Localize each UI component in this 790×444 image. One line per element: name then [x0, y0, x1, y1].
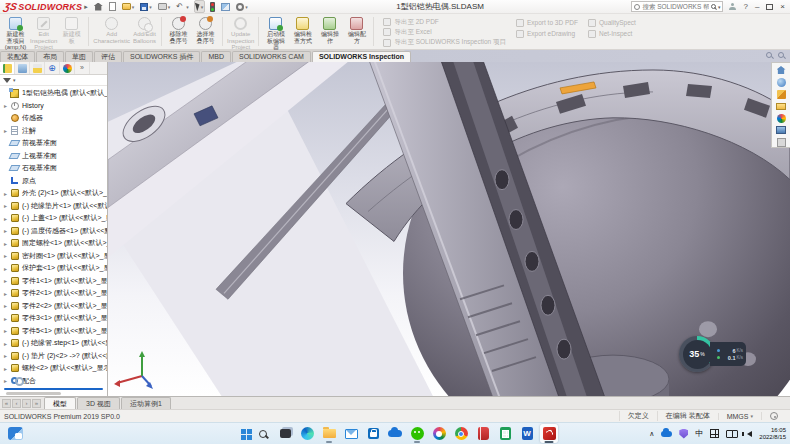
expand-icon[interactable]: ▸ [2, 377, 9, 384]
scroll-right-icon[interactable]: › [22, 399, 31, 408]
task-pane-properties-tab[interactable] [776, 137, 787, 147]
tab-solidworks-cam[interactable]: SOLIDWORKS CAM [232, 51, 311, 62]
options-button[interactable]: ▾ [235, 2, 249, 12]
select-stacked-balloons-button[interactable]: 选择堆 叠序号 [192, 15, 219, 48]
minimize-button[interactable]: – [755, 3, 759, 11]
doc-tab-motion-study[interactable]: 运动算例1 [121, 397, 171, 409]
search-dropdown-icon[interactable]: ▾ [718, 4, 721, 10]
taskbar-search-button[interactable] [254, 424, 272, 443]
tab-assembly[interactable]: 装配体 [0, 51, 35, 62]
dimxpertmanager-tab[interactable]: ⊕ [45, 62, 60, 74]
tree-item-component[interactable]: ▸密封圈<1> (默认<<默认>_显示状 [2, 250, 107, 263]
doc-tab-model[interactable]: 模型 [44, 397, 76, 409]
expand-icon[interactable]: ▸ [2, 352, 9, 359]
open-button[interactable]: ▾ [121, 2, 136, 11]
propertymanager-tab[interactable] [15, 62, 30, 74]
file-explorer-app[interactable] [320, 424, 338, 443]
expand-icon[interactable]: ▸ [2, 290, 9, 297]
expand-icon[interactable]: ▸ [2, 327, 9, 334]
undo-dropdown-icon[interactable]: ▾ [186, 4, 189, 10]
tab-evaluate[interactable]: 评估 [94, 51, 122, 62]
expand-icon[interactable]: ▸ [2, 365, 9, 372]
tree-item-sensors[interactable]: 传感器 [2, 112, 107, 125]
tree-root[interactable]: 1型铝铠热电偶 (默认<默认_显示状态-1> [2, 87, 107, 100]
edit-operation-button[interactable]: 编辑操 作 [316, 15, 343, 48]
print-button[interactable]: ▾ [157, 2, 172, 11]
task-pane-appearances-tab[interactable] [776, 113, 787, 123]
tree-item-component[interactable]: ▸保护套<1> (默认<<默认>_显示状 [2, 262, 107, 275]
sign-in-icon[interactable] [729, 3, 736, 10]
photos-app[interactable] [430, 424, 448, 443]
onedrive-tray-icon[interactable] [661, 431, 672, 437]
expand-icon[interactable]: ▸ [2, 215, 9, 222]
display-settings-button[interactable] [220, 2, 231, 12]
expand-icon[interactable]: ▸ [2, 227, 9, 234]
expand-icon[interactable]: ▸ [2, 265, 9, 272]
dictionary-app[interactable] [474, 424, 492, 443]
task-pane-scenes-tab[interactable] [776, 125, 787, 135]
edge-app[interactable] [298, 424, 316, 443]
remove-stacked-balloons-button[interactable]: 移除堆 叠序号 [165, 15, 192, 48]
displaymanager-tab[interactable] [60, 62, 75, 74]
start-button[interactable] [232, 424, 250, 443]
expand-icon[interactable]: ▸ [2, 277, 9, 284]
save-button[interactable]: ▾ [139, 2, 153, 12]
tree-item-component[interactable]: ▸零件5<1> (默认<<默认>_显示状态 [2, 325, 107, 338]
tree-item-annotations[interactable]: ▸注解 [2, 125, 107, 138]
expand-icon[interactable]: ▸ [2, 252, 9, 259]
tree-horizontal-scrollbar[interactable] [6, 392, 61, 395]
magnifier-icon[interactable] [778, 52, 784, 58]
search-input[interactable] [642, 3, 708, 10]
expand-icon[interactable]: ▸ [2, 315, 9, 322]
tree-item-mates[interactable]: ▸配合 [2, 375, 107, 388]
tab-sketch[interactable]: 草图 [65, 51, 93, 62]
display-cast-icon[interactable] [726, 430, 737, 438]
wechat-app[interactable] [408, 424, 426, 443]
tab-addins[interactable]: SOLIDWORKS 插件 [123, 51, 200, 62]
undo-button[interactable]: ↶▾ [175, 2, 190, 12]
doc-tab-3d-views[interactable]: 3D 视图 [77, 397, 120, 409]
mail-app[interactable] [342, 424, 360, 443]
tab-solidworks-inspection[interactable]: SOLIDWORKS Inspection [312, 51, 411, 62]
chrome-app[interactable] [452, 424, 470, 443]
tree-item-history[interactable]: ▸History [2, 100, 107, 113]
tree-item-component[interactable]: ▸固定螺栓<1> (默认<<默认>_显示 [2, 237, 107, 250]
performance-overlay[interactable]: 35% 6K/s 0.1K/s [679, 336, 746, 372]
onedrive-app[interactable] [386, 424, 404, 443]
ime-language-indicator[interactable]: 中 [695, 428, 703, 439]
task-view-button[interactable] [276, 424, 294, 443]
tree-item-right-plane[interactable]: 右视基准面 [2, 162, 107, 175]
tree-item-top-plane[interactable]: 上视基准面 [2, 150, 107, 163]
close-button[interactable]: × [780, 3, 785, 11]
expand-icon[interactable]: ▸ [2, 240, 9, 247]
open-dropdown-icon[interactable]: ▾ [132, 4, 135, 10]
expand-icon[interactable]: ▸ [2, 340, 9, 347]
tab-mbd[interactable]: MBD [201, 51, 231, 62]
speaker-icon[interactable] [744, 431, 752, 437]
task-pane-design-library-tab[interactable] [776, 89, 787, 99]
word-app[interactable] [518, 424, 536, 443]
expand-icon[interactable]: ▸ [2, 190, 9, 197]
select-dropdown-icon[interactable]: ▾ [201, 4, 204, 10]
security-shield-icon[interactable] [679, 429, 688, 439]
search-icon[interactable] [711, 4, 716, 9]
tree-item-component[interactable]: ▸零件2<2> (默认<<默认>_显示状态 [2, 300, 107, 313]
new-inspection-project-button[interactable]: 新建检 查项目 (amp;N) [2, 15, 29, 48]
options-dropdown-icon[interactable]: ▾ [245, 4, 248, 10]
toolbar-expand-icon[interactable]: ▸ [84, 3, 88, 11]
task-pane-home-tab[interactable] [776, 65, 787, 75]
magnifier-icon[interactable] [766, 52, 772, 58]
tree-item-component[interactable]: ▸(-) 温度传感器<1> (默认<<默认>_ [2, 225, 107, 238]
expand-icon[interactable]: ▸ [2, 202, 9, 209]
solidworks-app[interactable] [540, 424, 558, 443]
select-button[interactable]: ▾ [194, 0, 206, 13]
edit-inspection-method-button[interactable]: 编辑检 查方式 [289, 15, 316, 48]
scroll-first-icon[interactable]: « [2, 399, 11, 408]
featuremanager-tab[interactable] [0, 62, 15, 74]
rebuild-button[interactable] [209, 1, 216, 13]
widgets-button[interactable] [8, 427, 23, 440]
tree-item-component[interactable]: ▸零件1<1> (默认<<默认>_显示状态 [2, 275, 107, 288]
tree-item-component[interactable]: ▸(-) 绝缘垫片<1> (默认<<默认>_显 [2, 200, 107, 213]
expand-icon[interactable]: ▸ [2, 127, 9, 134]
taskbar-clock[interactable]: 16:05 2022/8/15 [759, 427, 786, 441]
